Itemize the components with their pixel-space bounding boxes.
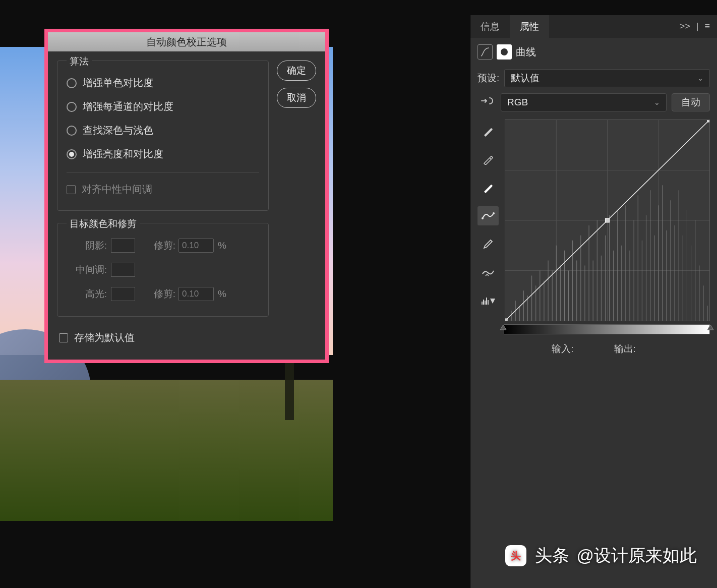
radio-icon: [67, 102, 77, 112]
targets-fieldset: 目标颜色和修剪 阴影: 修剪: 0.10 % 中间调: 高光: 修剪: 0.10: [57, 223, 269, 317]
chevron-down-icon: ⌄: [697, 74, 703, 82]
eyedropper-black-icon[interactable]: [477, 122, 499, 141]
smooth-curve-icon[interactable]: [477, 263, 499, 282]
shadows-row: 阴影: 修剪: 0.10 %: [67, 233, 259, 258]
shadows-clip-input[interactable]: 0.10: [178, 239, 214, 253]
watermark-logo-icon: 头: [504, 544, 528, 568]
ok-button[interactable]: 确定: [277, 61, 316, 81]
properties-panel: 信息 属性 >> | ≡ 曲线 预设: 默认值 ⌄ RGB ⌄ 自动: [470, 15, 717, 588]
mask-icon[interactable]: [497, 44, 512, 60]
watermark: 头 头条 @设计原来如此: [504, 544, 697, 568]
curve-graph[interactable]: [505, 120, 710, 321]
radio-find-dark-light[interactable]: 查找深色与浅色: [67, 119, 259, 142]
highlights-row: 高光: 修剪: 0.10 %: [67, 282, 259, 306]
pencil-curve-icon[interactable]: [477, 234, 499, 254]
radio-icon: [67, 149, 77, 159]
svg-text:头: 头: [511, 550, 521, 561]
svg-rect-59: [505, 319, 507, 321]
shadows-swatch[interactable]: [111, 239, 135, 253]
percent-label: %: [218, 288, 226, 300]
clip-label: 修剪:: [150, 239, 175, 252]
midtones-swatch[interactable]: [111, 263, 135, 277]
eyedropper-gray-icon[interactable]: [477, 150, 499, 169]
panel-tab-bar: 信息 属性 >> | ≡: [470, 15, 717, 38]
preset-value: 默认值: [511, 72, 540, 85]
panel-divider-icon: |: [693, 15, 702, 38]
targeted-adjust-icon[interactable]: [477, 95, 496, 110]
panel-menu-icon[interactable]: ≡: [701, 15, 713, 38]
tab-properties[interactable]: 属性: [510, 15, 549, 38]
tab-info[interactable]: 信息: [470, 15, 510, 38]
highlights-clip-input[interactable]: 0.10: [178, 287, 214, 301]
histogram-clip-icon[interactable]: [477, 291, 499, 310]
cancel-button[interactable]: 取消: [277, 88, 316, 108]
watermark-text: @设计原来如此: [576, 544, 697, 567]
panel-subtitle: 曲线: [516, 45, 536, 59]
shadows-label: 阴影:: [67, 239, 107, 252]
svg-point-1: [493, 212, 495, 214]
radio-label: 增强单色对比度: [83, 76, 153, 90]
svg-marker-63: [707, 325, 713, 330]
panel-subheader: 曲线: [470, 38, 717, 66]
radio-icon: [67, 78, 77, 88]
highlights-label: 高光:: [67, 287, 107, 301]
radio-label: 增强亮度和对比度: [83, 147, 163, 161]
radio-enhance-brightness-contrast[interactable]: 增强亮度和对比度: [67, 142, 259, 166]
radio-label: 查找深色与浅色: [83, 124, 153, 137]
dialog-title: 自动颜色校正选项: [48, 32, 325, 51]
checkbox-label: 对齐中性中间调: [82, 183, 152, 196]
svg-rect-60: [605, 218, 609, 222]
channel-row: RGB ⌄ 自动: [470, 90, 717, 114]
point-curve-icon[interactable]: [477, 206, 499, 225]
percent-label: %: [218, 240, 226, 251]
targets-legend: 目标颜色和修剪: [67, 217, 140, 230]
algorithm-fieldset: 算法 增强单色对比度 增强每通道的对比度 查找深色与浅色 增强亮度和对比度: [57, 61, 269, 211]
auto-color-dialog: 自动颜色校正选项 算法 增强单色对比度 增强每通道的对比度 查找深色与浅色: [44, 29, 329, 363]
svg-marker-62: [500, 325, 506, 330]
algorithm-legend: 算法: [67, 55, 92, 68]
channel-value: RGB: [507, 97, 528, 108]
radio-icon: [67, 126, 77, 136]
svg-point-0: [482, 217, 484, 219]
auto-button[interactable]: 自动: [672, 93, 710, 111]
curve-area: [470, 114, 717, 321]
watermark-brand: 头条: [535, 544, 569, 567]
expand-panels-icon[interactable]: >>: [677, 15, 693, 38]
svg-rect-61: [707, 120, 709, 122]
eyedropper-white-icon[interactable]: [477, 178, 499, 197]
channel-dropdown[interactable]: RGB ⌄: [501, 93, 667, 111]
radio-enhance-per-channel[interactable]: 增强每通道的对比度: [67, 95, 259, 119]
radio-label: 增强每通道的对比度: [83, 100, 173, 113]
chevron-down-icon: ⌄: [654, 98, 660, 106]
snap-neutral-checkbox[interactable]: 对齐中性中间调: [67, 179, 259, 200]
curves-icon: [477, 44, 493, 60]
checkbox-icon: [67, 185, 76, 194]
checkbox-label: 存储为默认值: [74, 331, 135, 344]
preset-label: 预设:: [477, 72, 499, 85]
output-label: 输出:: [614, 342, 636, 356]
curve-tool-column: [477, 120, 499, 321]
save-default-checkbox[interactable]: 存储为默认值: [57, 329, 269, 350]
midtones-row: 中间调:: [67, 258, 259, 282]
divider: [67, 172, 259, 172]
checkbox-icon: [59, 333, 68, 342]
input-label: 输入:: [552, 342, 573, 356]
clip-label: 修剪:: [150, 287, 175, 301]
gradient-ramp[interactable]: [504, 324, 710, 334]
midtones-label: 中间调:: [67, 263, 107, 276]
preset-row: 预设: 默认值 ⌄: [470, 66, 717, 90]
radio-enhance-mono[interactable]: 增强单色对比度: [67, 71, 259, 95]
input-output-row: 输入: 输出:: [470, 334, 717, 366]
highlights-swatch[interactable]: [111, 287, 135, 301]
preset-dropdown[interactable]: 默认值 ⌄: [504, 69, 710, 87]
